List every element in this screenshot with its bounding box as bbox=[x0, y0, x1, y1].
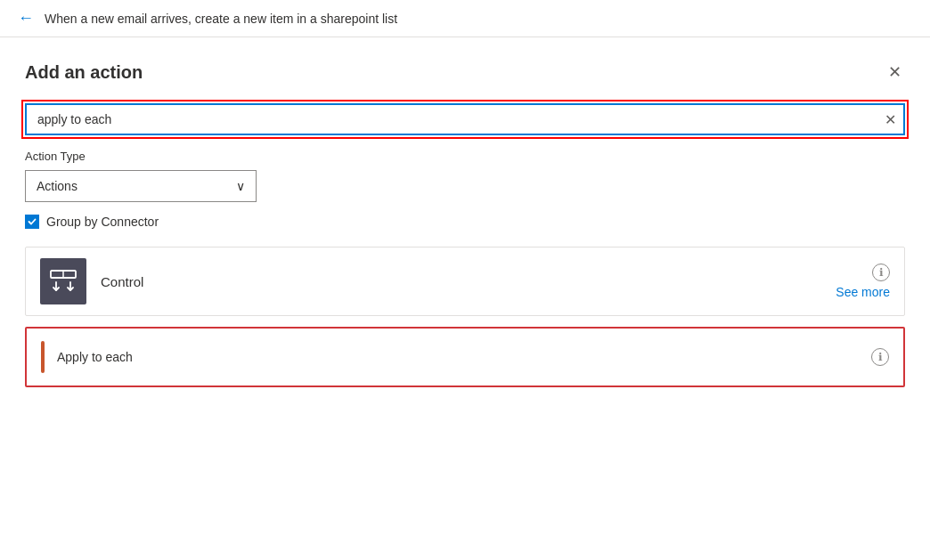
control-icon-box bbox=[40, 258, 86, 304]
search-input[interactable] bbox=[25, 103, 905, 135]
main-content: Add an action ✕ ✕ Action Type Actions ∨ … bbox=[0, 37, 930, 409]
checkmark-icon bbox=[28, 217, 37, 226]
apply-left: Apply to each bbox=[41, 341, 133, 373]
panel-title: Add an action bbox=[25, 62, 143, 83]
action-type-dropdown[interactable]: Actions ∨ bbox=[25, 170, 257, 202]
apply-info-icon[interactable]: ℹ bbox=[871, 348, 889, 366]
apply-accent-bar bbox=[41, 341, 45, 373]
control-name: Control bbox=[101, 274, 143, 289]
control-left: Control bbox=[40, 258, 143, 304]
group-by-label: Group by Connector bbox=[46, 215, 159, 229]
search-container: ✕ bbox=[25, 103, 905, 135]
control-section-card: Control ℹ See more bbox=[25, 247, 905, 316]
top-bar: ← When a new email arrives, create a new… bbox=[0, 0, 930, 37]
apply-to-each-card[interactable]: Apply to each ℹ bbox=[25, 327, 905, 387]
panel-header: Add an action ✕ bbox=[25, 59, 905, 85]
see-more-link[interactable]: See more bbox=[836, 285, 890, 299]
control-right: ℹ See more bbox=[836, 264, 890, 299]
action-type-value: Actions bbox=[37, 179, 78, 193]
back-button[interactable]: ← bbox=[18, 9, 34, 28]
apply-to-each-label: Apply to each bbox=[57, 350, 133, 364]
group-by-checkbox[interactable] bbox=[25, 215, 39, 229]
control-icon bbox=[47, 265, 79, 297]
top-bar-title: When a new email arrives, create a new i… bbox=[45, 12, 397, 26]
search-clear-button[interactable]: ✕ bbox=[885, 111, 896, 128]
control-info-icon[interactable]: ℹ bbox=[872, 264, 890, 281]
group-by-row: Group by Connector bbox=[25, 215, 905, 229]
action-type-label: Action Type bbox=[25, 150, 905, 163]
close-button[interactable]: ✕ bbox=[885, 59, 905, 85]
chevron-down-icon: ∨ bbox=[236, 179, 245, 193]
control-header: Control ℹ See more bbox=[26, 248, 904, 315]
